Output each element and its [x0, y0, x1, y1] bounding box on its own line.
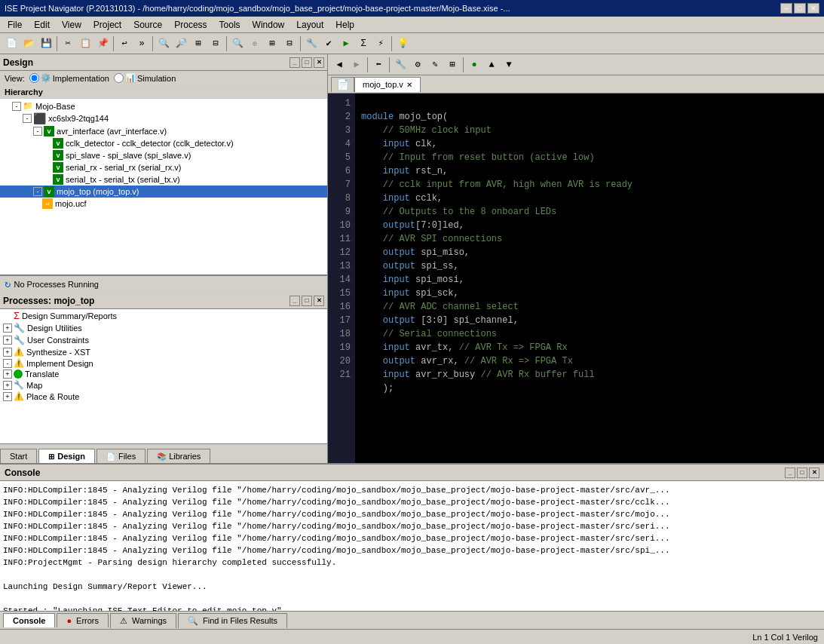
tb-undo[interactable]: ↩	[116, 35, 133, 52]
menu-tools[interactable]: Tools	[213, 18, 247, 32]
tb-run[interactable]: ▶	[338, 35, 354, 52]
tb-prog[interactable]: ⚡	[372, 35, 389, 52]
tb-check[interactable]: ✔	[320, 35, 337, 52]
tb-fit[interactable]: ⊞	[190, 35, 207, 52]
tb-new[interactable]: 📄	[3, 35, 20, 52]
tb-zoom-out[interactable]: 🔎	[173, 35, 189, 52]
ed-tool2[interactable]: ⚙	[409, 57, 426, 73]
expand-mojo-top[interactable]: -	[33, 187, 42, 196]
tb-nav[interactable]: ⊟	[281, 35, 298, 52]
editor-tab-close[interactable]: ✕	[406, 81, 412, 89]
proc-translate[interactable]: + Translate	[0, 369, 327, 379]
processes-resize[interactable]: _	[289, 296, 300, 306]
menu-view[interactable]: View	[56, 18, 87, 32]
menu-layout[interactable]: Layout	[290, 18, 329, 32]
tree-mojo-base[interactable]: - 📁 Mojo-Base	[0, 100, 327, 112]
menu-window[interactable]: Window	[247, 18, 291, 32]
expand-implement[interactable]: -	[3, 359, 12, 368]
menu-edit[interactable]: Edit	[28, 18, 56, 32]
processes-close[interactable]: ✕	[314, 296, 324, 306]
ed-fwd[interactable]: ▶	[348, 57, 365, 73]
tb-save[interactable]: 💾	[38, 35, 54, 52]
tb-copy[interactable]: 📋	[77, 35, 93, 52]
close-button[interactable]: ✕	[807, 3, 819, 14]
tb-find[interactable]: 🔍	[229, 35, 246, 52]
ed-green-circle[interactable]: ●	[466, 57, 482, 73]
expand-utilities[interactable]: +	[3, 324, 12, 333]
ed-back[interactable]: ◀	[331, 57, 348, 73]
ed-nav-back[interactable]: 📄	[331, 77, 354, 92]
tab-errors[interactable]: ● Errors	[57, 613, 109, 627]
expand-chip[interactable]: -	[23, 114, 32, 123]
tree-serial-tx[interactable]: v serial_tx - serial_tx (serial_tx.v)	[0, 173, 327, 186]
expand-place-route[interactable]: +	[3, 392, 12, 401]
expand-avr[interactable]: -	[33, 127, 42, 136]
ed-left-arrow[interactable]: ⬅	[370, 57, 387, 73]
tree-mojo-top[interactable]: - v mojo_top (mojo_top.v)	[0, 186, 327, 198]
maximize-button[interactable]: □	[794, 3, 806, 14]
ed-tool3[interactable]: ✎	[427, 57, 443, 73]
minimize-button[interactable]: ─	[780, 3, 792, 14]
tab-files[interactable]: 📄 Files	[96, 449, 146, 463]
console-close[interactable]: ✕	[809, 468, 819, 478]
ed-arrow-up[interactable]: ▲	[483, 57, 500, 73]
tb-zoom-in[interactable]: 🔍	[155, 35, 172, 52]
tab-start[interactable]: Start	[0, 449, 37, 463]
tb-open[interactable]: 📂	[20, 35, 37, 52]
code-area[interactable]: 1 2 3 4 5 6 7 8 9 10 11 12 13 14 15 16 1…	[328, 94, 824, 463]
simulation-label: Simulation	[137, 74, 176, 83]
proc-map[interactable]: + 🔧 Map	[0, 379, 327, 391]
tb-pan[interactable]: ⊟	[207, 35, 224, 52]
proc-design-summary[interactable]: Σ Design Summary/Reports	[0, 309, 327, 322]
menu-project[interactable]: Project	[87, 18, 127, 32]
simulation-radio-label[interactable]: 📊 Simulation	[114, 73, 176, 83]
tree-cclk[interactable]: v cclk_detector - cclk_detector (cclk_de…	[0, 137, 327, 149]
implementation-radio[interactable]	[29, 73, 39, 83]
tree-serial-rx[interactable]: v serial_rx - serial_rx (serial_rx.v)	[0, 161, 327, 173]
simulation-radio[interactable]	[114, 73, 124, 83]
tab-warnings[interactable]: ⚠ Warnings	[110, 613, 176, 628]
tab-design[interactable]: ⊞ Design	[38, 449, 95, 463]
tab-mojo-top[interactable]: mojo_top.v ✕	[354, 77, 421, 92]
console-max[interactable]: □	[797, 468, 807, 478]
tab-find-results[interactable]: 🔍 Find in Files Results	[178, 613, 287, 628]
panel-close[interactable]: ✕	[314, 57, 324, 68]
tree-spi-slave[interactable]: v spi_slave - spi_slave (spi_slave.v)	[0, 149, 327, 161]
tab-libraries[interactable]: 📚 Libraries	[147, 449, 210, 463]
expand-synthesize[interactable]: +	[3, 348, 12, 357]
panel-max[interactable]: □	[302, 57, 312, 68]
tb-sum[interactable]: Σ	[355, 35, 372, 52]
menu-help[interactable]: Help	[329, 18, 360, 32]
ed-tool4[interactable]: ⊞	[444, 57, 461, 73]
expand-map[interactable]: +	[3, 381, 12, 390]
tb-find2[interactable]: ⊕	[247, 35, 263, 52]
tab-console[interactable]: Console	[3, 613, 55, 627]
menu-source[interactable]: Source	[127, 18, 168, 32]
proc-design-utilities[interactable]: + 🔧 Design Utilities	[0, 322, 327, 334]
proc-implement[interactable]: - ⚠️ Implement Design	[0, 357, 327, 369]
implementation-radio-label[interactable]: ⚙️ Implementation	[29, 73, 109, 83]
proc-synthesize[interactable]: + ⚠️ Synthesize - XST	[0, 346, 327, 357]
tree-ucf[interactable]: u mojo.ucf	[0, 198, 327, 210]
expand-translate[interactable]: +	[3, 370, 12, 379]
tb-cut[interactable]: ✂	[60, 35, 76, 52]
expand-mojo-base[interactable]: -	[12, 102, 21, 111]
tb-hier[interactable]: ⊞	[264, 35, 280, 52]
ed-tool1[interactable]: 🔧	[392, 57, 409, 73]
ed-arrow-dn[interactable]: ▼	[501, 57, 517, 73]
panel-resize[interactable]: _	[289, 57, 300, 68]
code-content[interactable]: module mojo_top( // 50MHz clock input in…	[355, 94, 824, 463]
tree-chip[interactable]: - ⬛ xc6slx9-2tqg144	[0, 112, 327, 125]
tree-avr-interface[interactable]: - v avr_interface (avr_interface.v)	[0, 125, 327, 137]
menu-file[interactable]: File	[2, 18, 28, 32]
proc-user-constraints[interactable]: + 🔧 User Constraints	[0, 334, 327, 346]
console-resize[interactable]: _	[785, 468, 795, 478]
expand-constraints[interactable]: +	[3, 336, 12, 345]
tb-paste[interactable]: 📌	[94, 35, 111, 52]
tb-more[interactable]: »	[133, 35, 150, 52]
tb-wrench[interactable]: 🔧	[303, 35, 320, 52]
menu-process[interactable]: Process	[168, 18, 213, 32]
tb-bulb[interactable]: 💡	[394, 35, 411, 52]
proc-place-route[interactable]: + ⚠️ Place & Route	[0, 391, 327, 402]
processes-max[interactable]: □	[302, 296, 312, 306]
